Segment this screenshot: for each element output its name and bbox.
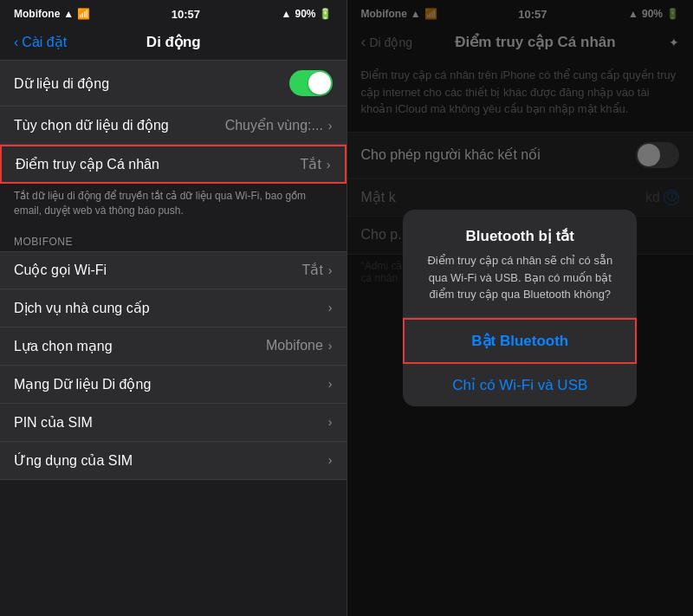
- left-status-bar: Mobifone ▲ 📶 10:57 ▲ 90% 🔋: [0, 0, 346, 26]
- mobifone-section-label: MOBIFONE: [0, 229, 346, 251]
- wifi-calling-item[interactable]: Cuộc gọi Wi-Fi Tắt ›: [0, 251, 346, 289]
- left-carrier: Mobifone: [14, 8, 60, 20]
- sim-pin-chevron-icon: ›: [328, 415, 333, 429]
- enable-bluetooth-button[interactable]: Bật Bluetooth: [403, 318, 637, 364]
- wifi-calling-label: Cuộc gọi Wi-Fi: [14, 262, 302, 278]
- modal-message: Điểm truy cập cá nhân sẽ chỉ có sẵn qua …: [403, 252, 637, 317]
- sim-app-label: Ứng dụng của SIM: [14, 452, 328, 469]
- mobile-data-network-label: Mạng Dữ liệu Di động: [14, 376, 328, 392]
- mobile-data-toggle[interactable]: [289, 70, 333, 96]
- sim-pin-item[interactable]: PIN của SIM ›: [0, 404, 346, 442]
- mobile-data-description: Tắt dữ liệu di động để truyền tắt cả dữ …: [0, 184, 346, 229]
- sim-app-chevron-icon: ›: [328, 453, 333, 467]
- left-signal2-icon: ▲: [282, 8, 292, 20]
- mobile-options-item[interactable]: Tùy chọn dữ liệu di động Chuyển vùng:...…: [0, 107, 346, 145]
- mobifone-section: Cuộc gọi Wi-Fi Tắt › Dịch vụ nhà cung cấ…: [0, 251, 346, 480]
- right-panel: Mobifone ▲ 📶 10:57 ▲ 90% 🔋 ‹ Di động Điể…: [347, 0, 694, 616]
- mobile-options-label: Tùy chọn dữ liệu di động: [14, 117, 225, 133]
- network-select-chevron-icon: ›: [328, 339, 333, 353]
- left-wifi-icon: 📶: [77, 8, 90, 20]
- personal-hotspot-chevron-icon: ›: [327, 158, 331, 172]
- mobile-data-item[interactable]: Dữ liệu di động: [0, 60, 346, 107]
- network-select-value: Mobifone: [266, 338, 323, 353]
- modal-overlay: Bluetooth bị tắt Điểm truy cập cá nhân s…: [347, 0, 694, 616]
- mobile-data-network-item[interactable]: Mạng Dữ liệu Di động ›: [0, 366, 346, 404]
- carrier-services-chevron-icon: ›: [328, 301, 333, 314]
- personal-hotspot-label: Điểm truy cập Cá nhân: [16, 156, 301, 172]
- mobile-data-label: Dữ liệu di động: [14, 75, 289, 92]
- sim-app-item[interactable]: Ứng dụng của SIM ›: [0, 442, 346, 480]
- left-signal-icon: ▲: [63, 8, 74, 20]
- left-status-time: 10:57: [172, 8, 200, 21]
- mobile-options-chevron-icon: ›: [328, 119, 333, 133]
- modal-title: Bluetooth bị tắt: [403, 210, 637, 252]
- personal-hotspot-value: Tắt: [301, 156, 321, 172]
- mobile-data-network-chevron-icon: ›: [328, 377, 333, 391]
- bluetooth-modal: Bluetooth bị tắt Điểm truy cập cá nhân s…: [403, 210, 637, 406]
- wifi-calling-value: Tắt: [302, 262, 323, 278]
- left-top-section: Dữ liệu di động Tùy chọn dữ liệu di động…: [0, 60, 346, 184]
- left-panel: Mobifone ▲ 📶 10:57 ▲ 90% 🔋 ‹ Cài đặt Di …: [0, 0, 347, 616]
- network-select-label: Lựa chọn mạng: [14, 338, 266, 354]
- wifi-usb-only-button[interactable]: Chỉ có Wi-Fi và USB: [403, 364, 637, 406]
- sim-pin-label: PIN của SIM: [14, 414, 328, 431]
- left-status-right: ▲ 90% 🔋: [282, 8, 333, 20]
- carrier-services-label: Dịch vụ nhà cung cấp: [14, 300, 328, 316]
- left-nav-title: Di động: [15, 33, 332, 51]
- left-nav-bar: ‹ Cài đặt Di động: [0, 26, 346, 60]
- personal-hotspot-item[interactable]: Điểm truy cập Cá nhân Tắt ›: [0, 145, 346, 184]
- carrier-services-item[interactable]: Dịch vụ nhà cung cấp ›: [0, 289, 346, 327]
- left-status-left: Mobifone ▲ 📶: [14, 8, 90, 20]
- wifi-calling-chevron-icon: ›: [328, 263, 333, 277]
- left-battery-label: 90%: [295, 8, 315, 20]
- left-battery-icon: 🔋: [319, 8, 332, 20]
- network-select-item[interactable]: Lựa chọn mạng Mobifone ›: [0, 327, 346, 366]
- mobile-options-value: Chuyển vùng:...: [225, 117, 323, 133]
